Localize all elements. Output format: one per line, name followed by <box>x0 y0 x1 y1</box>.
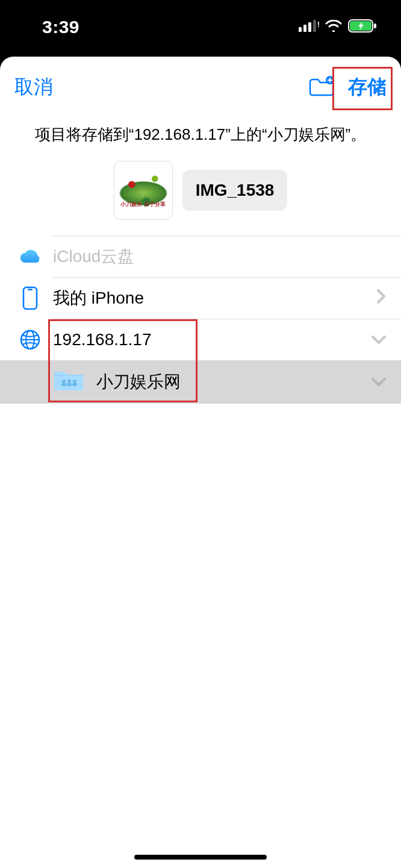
svg-rect-10 <box>28 289 33 291</box>
svg-text:!: ! <box>317 20 319 29</box>
svg-rect-3 <box>313 20 316 32</box>
my-iphone-label: 我的 iPhone <box>53 287 376 310</box>
location-my-iphone[interactable]: 我的 iPhone <box>0 278 401 319</box>
wifi-icon <box>325 20 342 34</box>
svg-rect-1 <box>303 25 306 32</box>
home-indicator[interactable] <box>134 855 267 860</box>
save-sheet: 取消 存储 项目将存储到“192.168.1.17”上的“小刀娱乐网”。 小刀娱… <box>0 57 401 868</box>
chevron-down-icon <box>371 372 387 392</box>
save-destination-text: 项目将存储到“192.168.1.17”上的“小刀娱乐网”。 <box>12 124 389 145</box>
svg-point-18 <box>73 379 76 383</box>
selected-folder-label: 小刀娱乐网 <box>96 370 181 393</box>
file-thumbnail: 小刀娱乐 乐于分享 <box>114 161 173 220</box>
icloud-label: iCloud云盘 <box>53 245 387 268</box>
status-time: 3:39 <box>42 17 79 37</box>
svg-rect-2 <box>308 22 311 32</box>
chevron-right-icon <box>376 289 387 308</box>
new-folder-icon[interactable] <box>308 76 335 99</box>
file-preview: 小刀娱乐 乐于分享 IMG_1538 <box>0 157 401 236</box>
chevron-down-icon <box>371 330 387 349</box>
status-indicators: ! <box>299 19 377 35</box>
svg-point-14 <box>62 379 66 383</box>
battery-charging-icon <box>348 19 377 35</box>
svg-point-16 <box>67 379 71 383</box>
globe-icon <box>14 329 46 351</box>
cancel-button[interactable]: 取消 <box>14 74 53 101</box>
svg-rect-6 <box>374 23 376 28</box>
svg-rect-17 <box>67 383 72 386</box>
status-bar: 3:39 ! <box>0 0 401 54</box>
save-button[interactable]: 存储 <box>348 74 387 101</box>
selected-folder-row[interactable]: 小刀娱乐网 <box>0 360 401 404</box>
filename-input[interactable]: IMG_1538 <box>182 170 288 211</box>
svg-rect-19 <box>72 383 77 386</box>
cloud-icon <box>14 248 46 265</box>
location-icloud: iCloud云盘 <box>0 236 401 277</box>
nav-bar: 取消 存储 <box>0 57 401 113</box>
signal-icon: ! <box>299 20 319 34</box>
server-label: 192.168.1.17 <box>53 330 371 349</box>
svg-rect-9 <box>23 287 37 309</box>
location-server[interactable]: 192.168.1.17 <box>0 319 401 360</box>
svg-rect-15 <box>61 383 66 386</box>
svg-rect-0 <box>299 27 302 32</box>
shared-folder-icon <box>53 368 84 396</box>
iphone-icon <box>14 286 46 310</box>
